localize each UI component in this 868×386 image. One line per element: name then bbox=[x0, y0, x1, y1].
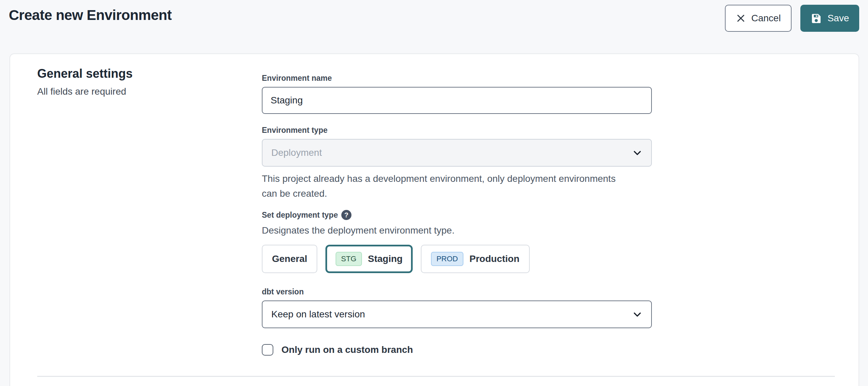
deployment-option-staging[interactable]: STG Staging bbox=[325, 245, 413, 273]
save-button[interactable]: Save bbox=[800, 5, 859, 32]
deployment-type-label-row: Set deployment type ? bbox=[262, 210, 652, 220]
save-icon bbox=[810, 13, 822, 24]
deployment-option-general[interactable]: General bbox=[262, 245, 317, 273]
environment-type-value: Deployment bbox=[271, 147, 322, 158]
cancel-button-label: Cancel bbox=[751, 13, 781, 24]
chevron-down-icon bbox=[632, 148, 642, 158]
header-actions: Cancel Save bbox=[725, 5, 859, 32]
dbt-version-value: Keep on latest version bbox=[271, 309, 365, 320]
deployment-option-label: General bbox=[272, 254, 307, 264]
section-intro: General settings All fields are required bbox=[37, 67, 262, 386]
cancel-button[interactable]: Cancel bbox=[725, 5, 792, 32]
deployment-type-description: Designates the deployment environment ty… bbox=[262, 224, 652, 237]
prod-badge: PROD bbox=[431, 252, 463, 266]
save-button-label: Save bbox=[827, 13, 849, 24]
question-mark-circle-icon[interactable]: ? bbox=[341, 210, 351, 220]
general-settings-card: General settings All fields are required… bbox=[9, 53, 859, 386]
settings-form: Environment name Environment type Deploy… bbox=[262, 67, 652, 386]
custom-branch-label[interactable]: Only run on a custom branch bbox=[281, 344, 413, 355]
deployment-option-label: Production bbox=[470, 254, 520, 264]
environment-type-label: Environment type bbox=[262, 125, 652, 135]
deployment-type-label: Set deployment type bbox=[262, 210, 338, 220]
environment-type-select[interactable]: Deployment bbox=[262, 139, 652, 167]
page-title: Create new Environment bbox=[9, 5, 172, 24]
deployment-option-label: Staging bbox=[368, 254, 403, 264]
environment-name-input[interactable] bbox=[262, 87, 652, 114]
chevron-down-icon bbox=[632, 309, 642, 319]
environment-type-help-text: This project already has a development e… bbox=[262, 171, 631, 201]
dbt-version-select[interactable]: Keep on latest version bbox=[262, 300, 652, 328]
deployment-type-options: General STG Staging PROD Production bbox=[262, 245, 652, 273]
stg-badge: STG bbox=[336, 252, 362, 266]
section-divider bbox=[37, 376, 835, 377]
section-subheading: All fields are required bbox=[37, 86, 262, 97]
deployment-option-production[interactable]: PROD Production bbox=[421, 245, 529, 273]
section-heading: General settings bbox=[37, 67, 262, 81]
page-header: Create new Environment Cancel Save bbox=[0, 0, 868, 53]
environment-name-label: Environment name bbox=[262, 73, 652, 83]
close-icon bbox=[736, 13, 746, 23]
custom-branch-checkbox[interactable] bbox=[262, 344, 273, 356]
dbt-version-label: dbt version bbox=[262, 287, 652, 297]
custom-branch-row: Only run on a custom branch bbox=[262, 344, 652, 356]
